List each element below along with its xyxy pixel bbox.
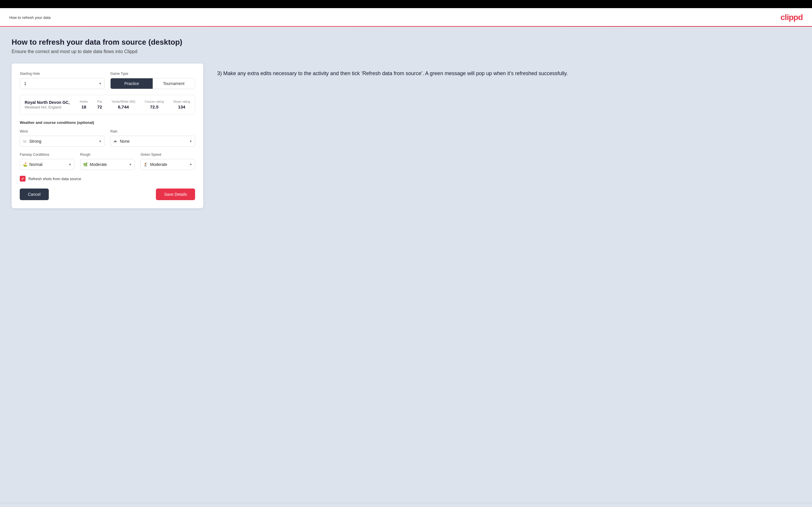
- wind-dropdown[interactable]: Strong Mild None: [20, 136, 104, 147]
- rain-label: Rain: [110, 129, 195, 133]
- green-speed-group: Green Speed Moderate Fast Slow: [141, 153, 195, 170]
- stat-par: Par 72: [97, 100, 102, 110]
- tournament-button[interactable]: Tournament: [153, 78, 195, 89]
- wind-select[interactable]: Strong Mild None: [20, 136, 104, 147]
- form-card: Starting Hole 1 2 10 Game Type Practice …: [12, 63, 203, 208]
- green-speed-label: Green Speed: [141, 153, 195, 157]
- instruction-text: 3) Make any extra edits necessary to the…: [217, 69, 800, 78]
- holes-label: Holes: [80, 100, 88, 103]
- stat-course-rating: Course rating 72.5: [145, 100, 164, 110]
- par-label: Par: [97, 100, 102, 103]
- rain-dropdown[interactable]: None Light Heavy: [110, 136, 195, 147]
- cancel-button[interactable]: Cancel: [20, 188, 49, 200]
- wind-icon: [22, 139, 27, 144]
- game-type-group: Game Type Practice Tournament: [110, 72, 195, 89]
- rough-dropdown[interactable]: Moderate Light Heavy: [80, 159, 135, 170]
- yards-label: Yards/White (M)): [111, 100, 135, 103]
- holes-value: 18: [81, 104, 86, 109]
- breadcrumb: How to refresh your data: [9, 15, 51, 20]
- green-speed-select[interactable]: Moderate Fast Slow: [141, 159, 195, 170]
- rain-group: Rain None Light Heavy: [110, 129, 195, 147]
- starting-hole-label: Starting Hole: [20, 72, 104, 76]
- starting-hole-select[interactable]: 1 2 10: [20, 78, 104, 89]
- stat-yards: Yards/White (M)) 6,744: [111, 100, 135, 110]
- fairway-dropdown[interactable]: Normal Soft Hard: [20, 159, 74, 170]
- starting-hole-group: Starting Hole 1 2 10: [20, 72, 104, 89]
- wind-group: Wind Strong Mild None: [20, 129, 104, 147]
- header: How to refresh your data clippd: [0, 8, 812, 27]
- par-value: 72: [97, 104, 102, 109]
- fairway-group: Fairway Conditions Normal Soft Hard: [20, 153, 74, 170]
- fairway-icon: [22, 162, 27, 167]
- slope-rating-value: 134: [178, 104, 185, 109]
- course-name-section: Royal North Devon GC, Westward Ho!, Engl…: [25, 100, 80, 109]
- stat-slope-rating: Slope rating 134: [173, 100, 190, 110]
- weather-section: Weather and course conditions (optional)…: [20, 120, 195, 170]
- yards-value: 6,744: [118, 104, 129, 109]
- weather-section-title: Weather and course conditions (optional): [20, 120, 195, 125]
- top-bar: [0, 0, 812, 8]
- course-rating-label: Course rating: [145, 100, 164, 103]
- conditions-row: Fairway Conditions Normal Soft Hard Roug…: [20, 153, 195, 170]
- fairway-select[interactable]: Normal Soft Hard: [20, 159, 74, 170]
- side-instructions: 3) Make any extra edits necessary to the…: [217, 63, 800, 78]
- rough-select[interactable]: Moderate Light Heavy: [80, 159, 135, 170]
- course-rating-value: 72.5: [150, 104, 158, 109]
- content-layout: Starting Hole 1 2 10 Game Type Practice …: [12, 63, 800, 208]
- button-row: Cancel Save Details: [20, 188, 195, 200]
- green-speed-dropdown[interactable]: Moderate Fast Slow: [141, 159, 195, 170]
- refresh-checkbox[interactable]: ✓: [20, 176, 26, 181]
- course-stats: Holes 18 Par 72 Yards/White (M)) 6,744 C…: [80, 100, 190, 110]
- rough-label: Rough: [80, 153, 135, 157]
- course-info: Royal North Devon GC, Westward Ho!, Engl…: [20, 95, 195, 115]
- green-icon: [143, 162, 148, 167]
- slope-rating-label: Slope rating: [173, 100, 190, 103]
- game-type-toggle: Practice Tournament: [110, 78, 195, 89]
- logo: clippd: [781, 13, 803, 22]
- starting-hole-select-wrapper[interactable]: 1 2 10: [20, 78, 104, 89]
- page-subtitle: Ensure the correct and most up to date d…: [12, 49, 800, 54]
- stat-holes: Holes 18: [80, 100, 88, 110]
- refresh-checkbox-label: Refresh shots from data source: [29, 177, 81, 181]
- rough-icon: [83, 162, 88, 167]
- wind-label: Wind: [20, 129, 104, 133]
- save-button[interactable]: Save Details: [156, 188, 195, 200]
- main-content: How to refresh your data from source (de…: [0, 27, 812, 503]
- checkmark-icon: ✓: [21, 177, 24, 181]
- rain-select[interactable]: None Light Heavy: [110, 136, 195, 147]
- game-type-label: Game Type: [110, 72, 195, 76]
- refresh-checkbox-row: ✓ Refresh shots from data source: [20, 176, 195, 181]
- course-name: Royal North Devon GC,: [25, 100, 80, 105]
- rough-group: Rough Moderate Light Heavy: [80, 153, 135, 170]
- wind-rain-row: Wind Strong Mild None Rain: [20, 129, 195, 147]
- footer: Copyright Clippd 2022: [0, 503, 812, 507]
- course-location: Westward Ho!, England: [25, 105, 80, 109]
- fairway-label: Fairway Conditions: [20, 153, 74, 157]
- rain-icon: [113, 139, 117, 144]
- practice-button[interactable]: Practice: [111, 78, 153, 89]
- top-form-row: Starting Hole 1 2 10 Game Type Practice …: [20, 72, 195, 89]
- page-title: How to refresh your data from source (de…: [12, 38, 800, 47]
